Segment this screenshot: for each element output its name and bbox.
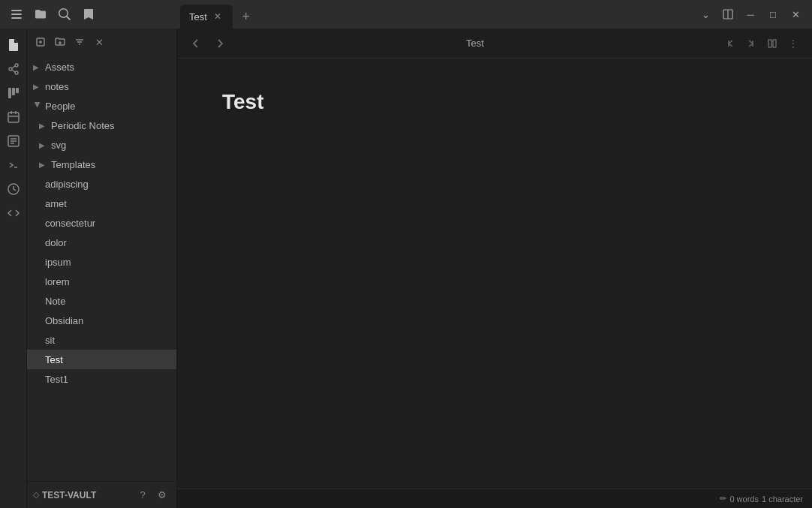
svg-rect-0 (11, 10, 22, 11)
tree-item-assets[interactable]: ▶ Assets (27, 57, 176, 77)
svg-rect-11 (12, 88, 15, 95)
tree-item-label: Note (45, 296, 170, 307)
tree-item-label: Assets (45, 62, 170, 73)
tree-item-consectetur[interactable]: consectetur (27, 213, 176, 233)
collapse-all-button[interactable]: ✕ (90, 33, 108, 51)
minimize-button[interactable]: ─ (740, 4, 761, 25)
sort-button[interactable] (71, 33, 89, 51)
graph-icon[interactable] (3, 59, 24, 80)
tree-item-label: People (45, 101, 170, 112)
svg-point-7 (15, 71, 18, 74)
editor-header-right: ⋮ (720, 34, 803, 53)
titlebar-right: ⌄ ─ □ ✕ (695, 4, 812, 25)
tree-item-label: sit (45, 335, 170, 346)
sidebar-toggle-icon[interactable] (6, 4, 27, 25)
settings-button[interactable]: ⚙ (154, 487, 170, 503)
help-button[interactable]: ? (134, 487, 151, 503)
word-count-label: 0 words (729, 494, 759, 503)
titlebar-left (0, 4, 180, 25)
more-options-button[interactable]: ⋮ (783, 34, 803, 53)
tree-item-test[interactable]: Test (27, 350, 176, 369)
maximize-button[interactable]: □ (762, 4, 783, 25)
main-layout: ✕ ▶ Assets ▶ notes ▶ People ▶ Periodic N… (0, 29, 812, 508)
calendar-icon[interactable] (3, 107, 24, 128)
vault-name-label: TEST-VAULT (42, 490, 131, 500)
activity-bar (0, 29, 27, 508)
tree-item-notes[interactable]: ▶ notes (27, 77, 176, 96)
tree-item-note[interactable]: Note (27, 291, 176, 311)
editor-content[interactable]: Test (177, 59, 812, 488)
reading-view-button[interactable] (762, 34, 782, 53)
char-count-label: 1 character (762, 494, 803, 503)
kanban-icon[interactable] (3, 83, 24, 104)
status-bar: ✏ 0 words 1 character (177, 488, 812, 508)
edit-pencil-icon: ✏ (720, 494, 726, 503)
back-stack-button[interactable] (720, 34, 740, 53)
dropdown-icon[interactable]: ⌄ (695, 4, 716, 25)
svg-rect-34 (773, 40, 776, 47)
close-button[interactable]: ✕ (785, 4, 806, 25)
editor-title: Test (234, 38, 716, 49)
split-editor-icon[interactable] (717, 4, 738, 25)
tree-item-label: Test (45, 354, 170, 365)
forward-stack-button[interactable] (741, 34, 761, 53)
tree-item-label: lorem (45, 276, 170, 287)
svg-rect-13 (8, 113, 19, 122)
titlebar: Test ✕ + ⌄ ─ □ ✕ (0, 0, 812, 29)
code-icon[interactable] (3, 203, 24, 224)
tree-item-label: consectetur (45, 218, 170, 229)
tree-item-svg[interactable]: ▶ svg (27, 135, 176, 155)
back-button[interactable] (186, 34, 206, 53)
svg-point-5 (9, 68, 12, 71)
file-tree: ▶ Assets ▶ notes ▶ People ▶ Periodic Not… (27, 56, 176, 481)
chevron-icon: ▶ (34, 101, 42, 110)
tree-item-label: notes (45, 81, 170, 92)
clock-icon[interactable] (3, 179, 24, 200)
chevron-icon: ▶ (33, 63, 42, 71)
vault-icon: ◇ (33, 490, 39, 500)
svg-line-9 (12, 70, 15, 72)
tab-label: Test (189, 11, 207, 23)
svg-rect-12 (16, 88, 19, 93)
open-folder-icon[interactable] (30, 4, 51, 25)
tree-item-label: Templates (51, 159, 170, 170)
tree-item-templates[interactable]: ▶ Templates (27, 155, 176, 174)
tree-item-label: Obsidian (45, 315, 170, 326)
tree-item-people[interactable]: ▶ People (27, 96, 176, 116)
new-folder-button[interactable] (51, 33, 69, 51)
tree-item-lorem[interactable]: lorem (27, 272, 176, 291)
tree-item-label: amet (45, 198, 170, 209)
svg-line-8 (12, 66, 15, 68)
word-count-status: ✏ 0 words 1 character (720, 494, 803, 503)
new-note-button[interactable] (32, 33, 50, 51)
tree-item-label: adipiscing (45, 179, 170, 190)
editor-area: Test (177, 29, 812, 508)
document-title: Test (222, 89, 767, 116)
tree-item-periodic-notes[interactable]: ▶ Periodic Notes (27, 116, 176, 135)
terminal-icon[interactable] (3, 155, 24, 176)
tree-item-test1[interactable]: Test1 (27, 369, 176, 389)
tree-item-obsidian[interactable]: Obsidian (27, 311, 176, 330)
new-tab-button[interactable]: + (236, 6, 257, 27)
svg-rect-1 (11, 14, 22, 15)
search-icon[interactable] (54, 4, 75, 25)
tab-test[interactable]: Test ✕ (180, 5, 233, 29)
tab-close-button[interactable]: ✕ (212, 11, 224, 23)
note-icon[interactable] (3, 131, 24, 152)
tree-item-ipsum[interactable]: ipsum (27, 252, 176, 272)
svg-rect-33 (768, 40, 771, 47)
chevron-icon: ▶ (39, 161, 48, 169)
tree-item-sit[interactable]: sit (27, 330, 176, 350)
tabs-area: Test ✕ + (180, 0, 695, 29)
forward-button[interactable] (210, 34, 230, 53)
files-icon[interactable] (3, 35, 24, 56)
sidebar: ✕ ▶ Assets ▶ notes ▶ People ▶ Periodic N… (27, 29, 177, 508)
tree-item-amet[interactable]: amet (27, 194, 176, 213)
tree-item-label: Periodic Notes (51, 120, 170, 131)
tree-item-label: Test1 (45, 374, 170, 385)
tree-item-adipiscing[interactable]: adipiscing (27, 174, 176, 194)
tree-item-dolor[interactable]: dolor (27, 233, 176, 252)
bookmark-icon[interactable] (78, 4, 99, 25)
chevron-icon: ▶ (33, 83, 42, 91)
tree-item-label: dolor (45, 237, 170, 248)
